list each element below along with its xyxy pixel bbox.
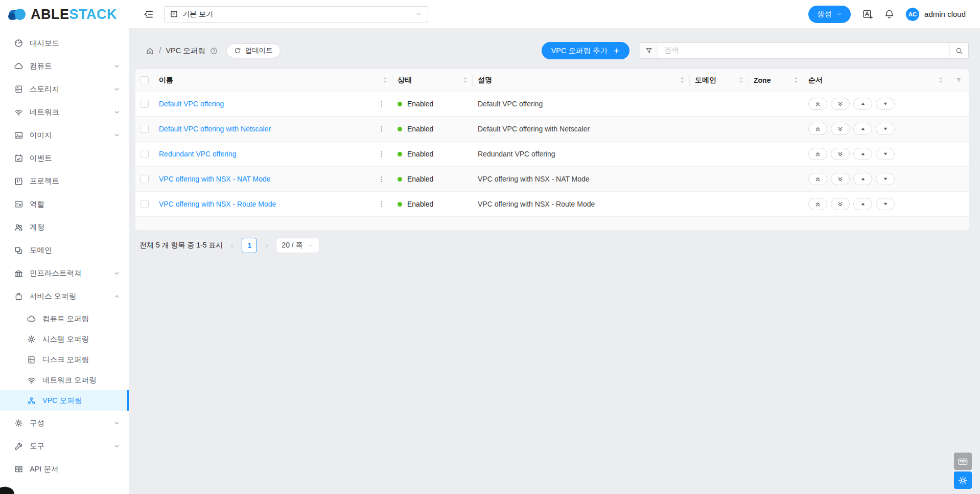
- sidebar-item-events[interactable]: 이벤트: [0, 147, 129, 169]
- sidebar-item-projects[interactable]: 프로젝트: [0, 170, 129, 192]
- move-to-bottom-button[interactable]: [831, 198, 850, 210]
- sidebar-item-network-offerings[interactable]: 네트워크 오퍼링: [0, 370, 129, 390]
- move-down-button[interactable]: [876, 198, 895, 210]
- row-checkbox[interactable]: [141, 200, 149, 208]
- row-actions-button[interactable]: [376, 123, 387, 135]
- move-to-top-button[interactable]: [808, 198, 827, 210]
- sidebar-item-dashboard[interactable]: 대시보드: [0, 32, 129, 54]
- row-actions-button[interactable]: [376, 198, 387, 210]
- sidebar-item-api-docs[interactable]: API 문서: [0, 458, 129, 480]
- offering-name-link[interactable]: VPC offering with NSX - NAT Mode: [159, 175, 271, 183]
- search-submit-button[interactable]: [949, 43, 968, 58]
- ablestack-logo[interactable]: ABLESTACK: [0, 0, 129, 29]
- search-input[interactable]: 검색: [640, 42, 969, 59]
- row-actions-button[interactable]: [376, 148, 387, 160]
- kebab-icon: [378, 150, 385, 158]
- sidebar-item-roles[interactable]: 역할: [0, 193, 129, 215]
- idcard-icon: [14, 200, 23, 209]
- book-icon: [14, 465, 23, 474]
- move-to-bottom-button[interactable]: [831, 173, 850, 185]
- language-add-button[interactable]: [862, 9, 873, 19]
- row-actions-button[interactable]: [376, 173, 387, 185]
- breadcrumb-home[interactable]: [146, 47, 154, 55]
- row-checkbox[interactable]: [141, 150, 149, 158]
- move-up-button[interactable]: [853, 123, 872, 135]
- move-to-top-button[interactable]: [808, 123, 827, 135]
- move-down-button[interactable]: [876, 173, 895, 185]
- triangle-down-icon: [882, 201, 889, 207]
- move-to-top-button[interactable]: [808, 98, 827, 110]
- move-up-button[interactable]: [853, 148, 872, 160]
- sidebar-item-tools[interactable]: 도구: [0, 435, 129, 457]
- cloud-icon: [14, 62, 23, 71]
- column-filter-button[interactable]: [948, 69, 969, 91]
- status-text: Enabled: [407, 125, 433, 133]
- offering-name-link[interactable]: Default VPC offering: [159, 100, 224, 108]
- sidebar-item-domains[interactable]: 도메인: [0, 239, 129, 261]
- keyboard-shortcuts-button[interactable]: [954, 453, 972, 470]
- row-checkbox[interactable]: [141, 100, 149, 108]
- move-to-bottom-button[interactable]: [831, 148, 850, 160]
- notifications-button[interactable]: [884, 9, 894, 19]
- double-chevron-down-icon: [837, 151, 844, 158]
- move-up-button[interactable]: [853, 173, 872, 185]
- sidebar-item-configuration[interactable]: 구성: [0, 412, 129, 434]
- project-view-select[interactable]: 기본 보기: [164, 6, 428, 23]
- column-header-order[interactable]: 순서: [803, 69, 948, 91]
- column-header-description[interactable]: 설명: [473, 69, 690, 91]
- sidebar-item-storage[interactable]: 스토리지: [0, 78, 129, 100]
- column-header-zone[interactable]: Zone: [749, 69, 803, 91]
- sidebar-item-vpc-offerings[interactable]: VPC 오퍼링: [0, 390, 129, 411]
- double-chevron-down-icon: [837, 201, 844, 208]
- sidebar-item-compute[interactable]: 컴퓨트: [0, 55, 129, 77]
- table-row: Default VPC offering with Netscaler Enab…: [135, 117, 969, 142]
- user-menu[interactable]: AC admin cloud: [906, 8, 966, 21]
- move-down-button[interactable]: [876, 148, 895, 160]
- pagination: 전체 5 개 항목 중 1-5 표시 1 20 / 쪽: [139, 238, 969, 253]
- select-all-checkbox[interactable]: [141, 76, 149, 84]
- page-size-select[interactable]: 20 / 쪽: [276, 238, 319, 253]
- sidebar-item-system-offerings[interactable]: 시스템 오퍼링: [0, 329, 129, 349]
- move-down-button[interactable]: [876, 98, 895, 110]
- offering-description: Default VPC offering with Netscaler: [478, 125, 590, 133]
- row-actions-button[interactable]: [376, 98, 387, 110]
- triangle-up-icon: [860, 101, 866, 107]
- settings-button[interactable]: [954, 471, 972, 489]
- row-checkbox[interactable]: [141, 125, 149, 133]
- column-header-name[interactable]: 이름: [154, 69, 392, 91]
- column-header-state[interactable]: 상태: [392, 69, 473, 91]
- move-to-top-button[interactable]: [808, 148, 827, 160]
- offering-name-link[interactable]: VPC offering with NSX - Route Mode: [159, 200, 276, 208]
- sidebar-item-compute-offerings[interactable]: 컴퓨트 오퍼링: [0, 308, 129, 329]
- sidebar-item-disk-offerings[interactable]: 디스크 오퍼링: [0, 349, 129, 370]
- move-to-top-button[interactable]: [808, 173, 827, 185]
- cloud-icon: [27, 315, 36, 323]
- add-vpc-offering-button[interactable]: VPC 오퍼링 추가: [542, 42, 629, 59]
- previous-page-button[interactable]: [227, 242, 237, 249]
- move-down-button[interactable]: [876, 123, 895, 135]
- sidebar-item-accounts[interactable]: 계정: [0, 216, 129, 238]
- double-chevron-up-icon: [814, 176, 821, 183]
- column-header-domain[interactable]: 도메인: [690, 69, 749, 91]
- search-filter-button[interactable]: [640, 43, 658, 58]
- offering-description: VPC offering with NSX - NAT Mode: [478, 175, 590, 183]
- sorter-icon: [794, 77, 798, 83]
- sidebar-item-network[interactable]: 네트워크: [0, 101, 129, 123]
- offering-name-link[interactable]: Default VPC offering with Netscaler: [159, 125, 271, 133]
- help-button[interactable]: [210, 47, 218, 55]
- sidebar-fold-button[interactable]: [143, 9, 153, 19]
- row-checkbox[interactable]: [141, 175, 149, 183]
- move-up-button[interactable]: [853, 98, 872, 110]
- update-button[interactable]: 업데이트: [226, 43, 281, 58]
- offering-name-link[interactable]: Redundant VPC offering: [159, 150, 237, 158]
- move-to-bottom-button[interactable]: [831, 123, 850, 135]
- move-to-bottom-button[interactable]: [831, 98, 850, 110]
- wifi-icon: [27, 376, 36, 385]
- page-number-button[interactable]: 1: [242, 238, 257, 253]
- next-page-button[interactable]: [262, 242, 271, 249]
- create-button[interactable]: 생성: [808, 6, 851, 23]
- sidebar-item-images[interactable]: 이미지: [0, 124, 129, 146]
- move-up-button[interactable]: [853, 198, 872, 210]
- sidebar-item-infrastructure[interactable]: 인프라스트럭쳐: [0, 262, 129, 284]
- sidebar-item-service-offerings[interactable]: 서비스 오퍼링: [0, 285, 129, 307]
